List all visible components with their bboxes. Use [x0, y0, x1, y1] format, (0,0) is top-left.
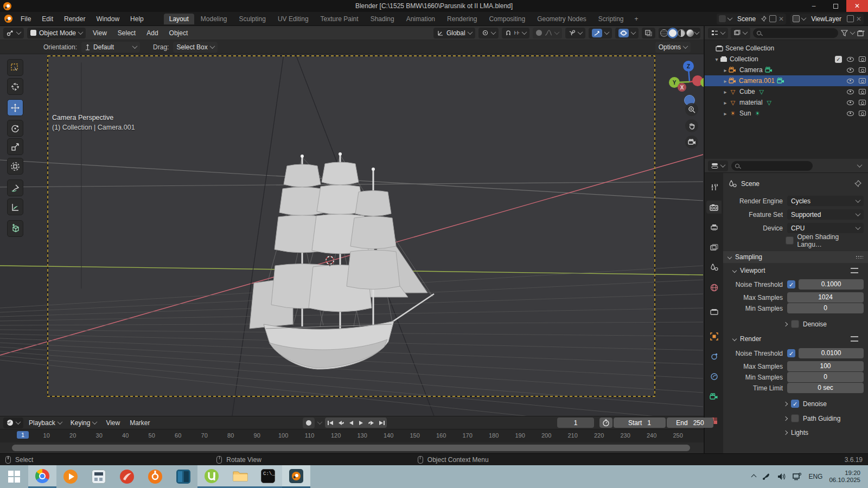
xray-toggle[interactable]: [642, 28, 655, 38]
language-indicator[interactable]: ENG: [808, 473, 822, 480]
jump-to-start-button[interactable]: [325, 418, 335, 428]
drag-select[interactable]: Select Box: [173, 42, 217, 53]
pivot-point-dropdown[interactable]: [478, 28, 499, 38]
hide-eye-icon[interactable]: [847, 79, 854, 84]
remove-viewlayer-icon[interactable]: ✕: [856, 15, 861, 23]
viewport-3d[interactable]: Camera Perspective (1) Collection | Came…: [0, 54, 704, 416]
sampling-panel-header[interactable]: Sampling: [723, 251, 868, 263]
clock[interactable]: 19:20 06.10.2025: [829, 470, 860, 484]
taskbar-calculator[interactable]: [85, 465, 113, 488]
tool-annotate[interactable]: [7, 179, 23, 196]
outliner-display-mode[interactable]: [731, 28, 750, 38]
device-select[interactable]: CPU: [787, 223, 864, 233]
preset-icon[interactable]: [851, 268, 858, 273]
viewport-denoise-checkbox[interactable]: [791, 320, 799, 328]
taskbar-red-app[interactable]: [113, 465, 141, 488]
taskbar-orange-app[interactable]: [141, 465, 169, 488]
expand-icon[interactable]: ▸: [722, 67, 729, 73]
scene-selector[interactable]: Scene ✕: [717, 14, 786, 24]
tab-collection[interactable]: [706, 305, 722, 318]
pin-icon[interactable]: [854, 180, 861, 187]
auto-key-dropdown[interactable]: [317, 419, 323, 425]
expand-icon[interactable]: ▸: [722, 89, 729, 95]
outliner-row-scene-collection[interactable]: Scene Collection: [705, 43, 868, 54]
next-keyframe-button[interactable]: [366, 418, 376, 428]
play-reverse-button[interactable]: [346, 418, 356, 428]
render-engine-select[interactable]: Cycles: [787, 196, 864, 206]
render-restrict-icon[interactable]: [859, 78, 866, 84]
shading-dropdown[interactable]: [694, 29, 700, 35]
osl-checkbox[interactable]: [786, 236, 794, 245]
tray-expand-icon[interactable]: [751, 474, 757, 479]
material-preview-button[interactable]: [678, 29, 685, 37]
menu-file[interactable]: File: [16, 14, 36, 24]
outliner-row-material[interactable]: ▸ ▽ material ▽: [705, 97, 868, 108]
menu-window[interactable]: Window: [91, 14, 124, 24]
scrollbar-thumb[interactable]: [12, 445, 690, 451]
expand-icon[interactable]: ▸: [722, 78, 729, 84]
keying-menu[interactable]: Keying: [67, 418, 100, 428]
taskbar-utorrent[interactable]: [197, 465, 226, 488]
expand-icon[interactable]: ▸: [722, 100, 729, 106]
menu-render[interactable]: Render: [59, 14, 90, 24]
collection-checkbox[interactable]: ✓: [835, 56, 842, 63]
render-restrict-icon[interactable]: [859, 111, 866, 116]
outliner-row-collection[interactable]: ▾ Collection ✓: [705, 54, 868, 65]
new-viewlayer-icon[interactable]: [847, 15, 854, 22]
workspace-tab-layout[interactable]: Layout: [164, 14, 194, 24]
hide-eye-icon[interactable]: [847, 100, 854, 105]
lights-row[interactable]: Lights: [723, 427, 868, 438]
orientation-select[interactable]: Default: [81, 42, 140, 53]
gizmo-x-axis[interactable]: X: [678, 83, 686, 92]
network-icon[interactable]: [793, 473, 802, 480]
outliner-row-cube[interactable]: ▸ ▽ Cube ▽: [705, 86, 868, 97]
visibility-dropdown[interactable]: [565, 28, 585, 38]
workspace-tab-texture-paint[interactable]: Texture Paint: [315, 14, 364, 24]
viewport-menu-select[interactable]: Select: [114, 28, 139, 38]
hide-eye-icon[interactable]: [847, 111, 854, 116]
menu-help[interactable]: Help: [125, 14, 149, 24]
feature-set-select[interactable]: Supported: [787, 209, 864, 220]
filter-icon[interactable]: [841, 30, 848, 36]
taskbar-chrome[interactable]: [28, 465, 56, 488]
viewport-menu-object[interactable]: Object: [165, 28, 192, 38]
mode-dropdown[interactable]: Object Mode: [27, 28, 86, 38]
workspace-tab-uv-editing[interactable]: UV Editing: [272, 14, 314, 24]
tool-transform[interactable]: [7, 158, 23, 175]
options-dropdown[interactable]: Options: [655, 42, 691, 53]
tab-object[interactable]: [706, 330, 722, 343]
tool-cursor[interactable]: [7, 78, 23, 95]
viewport-zoom-button[interactable]: [685, 103, 698, 116]
timeline-playhead[interactable]: 1: [17, 431, 29, 439]
tool-measure[interactable]: [7, 198, 23, 215]
viewport-pan-button[interactable]: [685, 119, 698, 132]
viewlayer-selector[interactable]: ViewLayer ✕: [790, 14, 864, 24]
tab-tool[interactable]: [706, 181, 722, 194]
noise-threshold-field[interactable]: 0.1000: [799, 279, 864, 290]
viewport-subpanel-header[interactable]: Viewport: [723, 265, 868, 276]
viewport-denoise-row[interactable]: Denoise: [723, 318, 868, 330]
prev-keyframe-button[interactable]: [335, 418, 346, 428]
tray-app-icon[interactable]: [762, 473, 771, 480]
new-scene-icon[interactable]: [769, 15, 776, 22]
render-restrict-icon[interactable]: [859, 89, 866, 94]
hide-eye-icon[interactable]: [847, 57, 854, 62]
auto-key-button[interactable]: [303, 418, 315, 428]
outliner-editor-type[interactable]: [708, 28, 728, 38]
rendered-shading-button[interactable]: [686, 29, 694, 37]
menu-edit[interactable]: Edit: [37, 14, 58, 24]
current-frame-field[interactable]: 1: [557, 418, 594, 428]
workspace-tab-modeling[interactable]: Modeling: [195, 14, 233, 24]
tab-render[interactable]: [706, 201, 722, 214]
properties-editor-type[interactable]: [708, 160, 728, 171]
min-samples-field[interactable]: 0: [787, 303, 864, 313]
timeline-ruler[interactable]: 1102030405060708090100110120130140150160…: [0, 429, 704, 442]
start-button[interactable]: [0, 465, 28, 488]
new-collection-icon[interactable]: [857, 30, 865, 36]
render-max-samples-field[interactable]: 100: [787, 361, 864, 371]
properties-options-dropdown[interactable]: [857, 162, 863, 168]
gizmo-z-axis[interactable]: Z: [683, 61, 694, 72]
tool-select-box[interactable]: [7, 59, 23, 76]
render-restrict-icon[interactable]: [859, 100, 866, 105]
pin-icon[interactable]: [761, 16, 767, 22]
